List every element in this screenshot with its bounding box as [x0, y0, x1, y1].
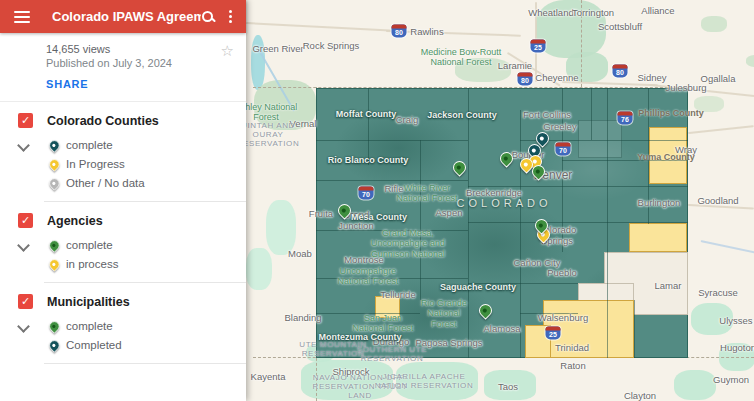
map-label: Taos [498, 382, 518, 393]
county-region-progress[interactable] [629, 223, 687, 252]
chevron-down-icon [17, 139, 30, 152]
interstate-70-shield: 70 [556, 143, 571, 156]
map-label: Rio Grande National Forest [414, 298, 474, 329]
road-line [701, 240, 754, 254]
map-info: 14,655 views Published on July 3, 2024 S… [0, 33, 246, 102]
map-label: Goodland [697, 196, 738, 207]
collapse-toggle[interactable] [0, 316, 47, 354]
map-pin-green[interactable] [452, 159, 466, 176]
map-label: Lamar [655, 281, 682, 292]
terrain-patch [674, 370, 716, 400]
legend-item[interactable]: in process [47, 254, 246, 273]
interstate-25-shield: 25 [531, 40, 546, 53]
layer-body: completeIn ProgressOther / No data [0, 131, 246, 201]
legend-item[interactable]: complete [47, 316, 246, 335]
map-label: Rio Blanco County [328, 155, 409, 165]
map-label: Ulysses [719, 316, 752, 327]
map-label: White River National Forest [387, 183, 467, 204]
map-label: Trinidad [555, 343, 589, 354]
legend-item-label: complete [66, 139, 113, 151]
legend-item-label: in process [66, 258, 118, 270]
map-label: Blanding [285, 313, 322, 324]
search-icon[interactable] [201, 10, 215, 24]
legend-items: completeIn ProgressOther / No data [47, 135, 246, 192]
legend-items: completeCompleted [47, 316, 246, 354]
map-label: Phillips County [638, 108, 704, 118]
map-label: Syracuse [698, 288, 738, 299]
collapse-toggle[interactable] [0, 235, 47, 273]
map-label: Grand Mesa, Uncompahgre and Gunnison Nat… [366, 228, 450, 259]
layer-header[interactable]: ✓Agencies [0, 202, 246, 231]
layer-checkbox[interactable]: ✓ [18, 213, 33, 228]
map-label: Pueblo [547, 268, 577, 279]
interstate-25-shield: 25 [546, 327, 561, 340]
legend-item[interactable]: complete [47, 135, 246, 154]
legend-sections: ✓Colorado CountiescompleteIn ProgressOth… [0, 102, 246, 364]
collapse-toggle[interactable] [0, 135, 47, 192]
legend-section: ✓Agenciescompletein process [0, 202, 246, 282]
yellow-pin-icon [48, 257, 59, 270]
app-header: Colorado IPAWS Agreeme... [0, 0, 246, 33]
map-pin-green[interactable] [337, 202, 351, 219]
legend-item[interactable]: Other / No data [47, 173, 246, 192]
layer-title: Agencies [47, 214, 103, 228]
map-label: Walsenburg [538, 313, 588, 324]
map-label: Raton [560, 361, 585, 372]
star-icon[interactable]: ☆ [221, 43, 234, 58]
legend-item[interactable]: complete [47, 235, 246, 254]
share-button[interactable]: SHARE [46, 78, 89, 90]
map-label: Jackson County [427, 110, 497, 120]
map-label: SOUTHERN UTE RESERVATION [336, 345, 448, 363]
my-maps-app: 8080802570707625Green RiverRock SpringsR… [0, 0, 754, 401]
map-canvas[interactable]: 8080802570707625Green RiverRock SpringsR… [246, 0, 754, 401]
county-border [316, 180, 468, 181]
map-label: Guymon [713, 375, 749, 386]
section-divider [44, 363, 246, 364]
terrain-patch [701, 16, 727, 32]
more-options-icon[interactable] [229, 10, 232, 23]
map-label: Craig [396, 115, 419, 126]
map-label: Burlington [638, 198, 681, 209]
map-pin-green[interactable] [531, 163, 545, 180]
map-label: Wheatland [528, 8, 573, 19]
county-border [468, 222, 688, 223]
map-label: Kayenta [251, 372, 286, 383]
map-label: JICARILLA APACHE NATION RESERVATION [372, 372, 476, 390]
road-line [688, 125, 754, 134]
chevron-down-icon [17, 239, 30, 252]
terrain-patch [246, 248, 272, 290]
legend-item[interactable]: In Progress [47, 154, 246, 173]
map-label: UINTAH AND OURAY RESERVATION [246, 121, 306, 149]
views-count: 14,655 views [46, 43, 232, 55]
legend-item[interactable]: Completed [47, 335, 246, 354]
map-label: COLORADO [457, 197, 552, 210]
green-pin-icon [48, 319, 59, 332]
layer-checkbox[interactable]: ✓ [18, 294, 33, 309]
map-label: Ashley National Forest [246, 102, 300, 123]
menu-icon[interactable] [14, 11, 30, 23]
map-label: Yuma County [637, 152, 695, 162]
gray-pin-icon [48, 176, 59, 189]
green-pin-icon [48, 238, 59, 251]
map-label: Julesburg [665, 83, 706, 94]
interstate-80-shield: 80 [518, 73, 533, 86]
county-border [607, 88, 608, 358]
layer-title: Municipalities [47, 295, 130, 309]
layer-checkbox[interactable]: ✓ [18, 113, 33, 128]
terrain-patch [746, 55, 754, 67]
legend-section: ✓Colorado CountiescompleteIn ProgressOth… [0, 102, 246, 201]
legend-item-label: Other / No data [66, 177, 145, 189]
county-border [368, 88, 369, 165]
layer-header[interactable]: ✓Municipalities [0, 283, 246, 312]
map-pin-green[interactable] [499, 150, 513, 167]
chevron-down-icon [17, 320, 30, 333]
county-border [520, 110, 521, 358]
county-region-lighter[interactable] [578, 120, 622, 158]
layer-header[interactable]: ✓Colorado Counties [0, 102, 246, 131]
map-label: Hugoton [720, 343, 754, 354]
map-label: Scottsbluff [598, 22, 642, 33]
map-pin-green[interactable] [534, 217, 548, 234]
map-label: Saguache County [440, 282, 516, 292]
map-pin-green[interactable] [478, 302, 492, 319]
legend-section: ✓MunicipalitiescompleteCompleted [0, 283, 246, 363]
